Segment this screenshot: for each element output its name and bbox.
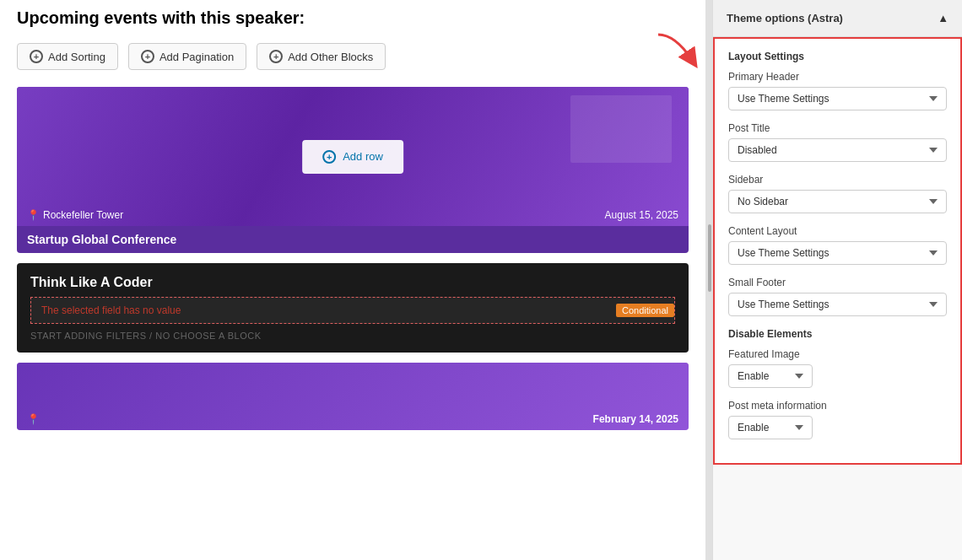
right-panel: Theme options (Astra) ▲ Layout Settings … <box>712 0 962 560</box>
small-footer-label: Small Footer <box>728 277 947 288</box>
event-3-meta-bar: 📍 February 14, 2025 <box>17 408 689 430</box>
conditional-badge[interactable]: Conditional <box>616 304 674 317</box>
add-sorting-icon: + <box>30 50 43 63</box>
add-pagination-label: Add Pagination <box>159 51 234 63</box>
small-footer-select[interactable]: Use Theme Settings Enabled Disabled <box>728 293 947 316</box>
post-title-label: Post Title <box>728 122 947 134</box>
dark-card-footer: START ADDING FILTERS / NO CHOOSE A BLOCK <box>30 331 675 341</box>
add-sorting-button[interactable]: + Add Sorting <box>17 43 118 70</box>
add-row-label: Add row <box>343 150 383 163</box>
primary-header-label: Primary Header <box>728 71 947 83</box>
content-layout-label: Content Layout <box>728 225 947 237</box>
content-layout-select[interactable]: Use Theme Settings Full Width Boxed <box>728 241 947 265</box>
field-group-post-title: Post Title Use Theme Settings Disabled E… <box>728 122 947 162</box>
post-title-select[interactable]: Use Theme Settings Disabled Enabled <box>728 138 947 162</box>
main-content: Upcoming events with this speaker: + Add… <box>0 0 705 560</box>
field-group-primary-header: Primary Header Use Theme Settings Enable… <box>728 71 947 110</box>
event-card-2: Think Like A Coder The selected field ha… <box>17 263 689 353</box>
event-card-3: 📍 February 14, 2025 <box>17 363 689 430</box>
primary-header-select[interactable]: Use Theme Settings Enabled Disabled <box>728 87 947 110</box>
add-other-blocks-label: Add Other Blocks <box>288 51 373 63</box>
layout-settings-section: Layout Settings Primary Header Use Theme… <box>715 39 960 463</box>
theme-options-title: Theme options (Astra) <box>727 12 843 24</box>
event-meta-bar: 📍 Rockefeller Tower August 15, 2025 <box>17 204 689 226</box>
page-title: Upcoming events with this speaker: <box>17 8 689 28</box>
add-sorting-label: Add Sorting <box>48 51 105 63</box>
scroll-indicator <box>708 224 711 292</box>
event-card-purple-bg: 📍 Rockefeller Tower August 15, 2025 + Ad… <box>17 87 689 226</box>
panel-divider <box>705 0 712 560</box>
toolbar-buttons: + Add Sorting + Add Pagination + Add Oth… <box>17 43 689 70</box>
settings-panel: Layout Settings Primary Header Use Theme… <box>713 37 962 465</box>
conditional-field-box: The selected field has no value Conditio… <box>30 297 675 324</box>
field-group-content-layout: Content Layout Use Theme Settings Full W… <box>728 225 947 265</box>
event-3-location: 📍 <box>27 413 40 425</box>
disable-elements-label: Disable Elements <box>728 328 947 340</box>
chevron-up-icon: ▲ <box>938 12 948 24</box>
event-card-inner: 📍 Rockefeller Tower August 15, 2025 + Ad… <box>17 87 689 226</box>
red-arrow-indicator <box>650 30 700 75</box>
event-location: 📍 Rockefeller Tower <box>27 209 123 221</box>
event-name-2: Think Like A Coder <box>30 275 675 290</box>
event-title: Startup Global Conference <box>17 226 689 253</box>
field-group-sidebar: Sidebar No Sidebar Left Sidebar Right Si… <box>728 174 947 213</box>
post-meta-select[interactable]: Enable Disable <box>728 416 813 439</box>
sidebar-select[interactable]: No Sidebar Left Sidebar Right Sidebar <box>728 190 947 213</box>
layout-settings-label: Layout Settings <box>728 51 947 62</box>
add-other-blocks-button[interactable]: + Add Other Blocks <box>257 43 386 70</box>
add-pagination-icon: + <box>141 50 154 63</box>
sidebar-label: Sidebar <box>728 174 947 186</box>
event-3-date: February 14, 2025 <box>593 413 678 425</box>
conditional-field-text: The selected field has no value <box>41 304 181 316</box>
field-group-small-footer: Small Footer Use Theme Settings Enabled … <box>728 277 947 316</box>
featured-image-label: Featured Image <box>728 348 947 360</box>
event-date: August 15, 2025 <box>605 209 678 221</box>
field-group-post-meta: Post meta information Enable Disable <box>728 400 947 439</box>
add-other-blocks-icon: + <box>269 50 283 63</box>
event-card-1: 📍 Rockefeller Tower August 15, 2025 + Ad… <box>17 87 689 253</box>
featured-image-select[interactable]: Enable Disable <box>728 364 813 388</box>
post-meta-label: Post meta information <box>728 400 947 412</box>
add-row-overlay[interactable]: + Add row <box>302 140 403 174</box>
theme-options-header[interactable]: Theme options (Astra) ▲ <box>713 0 962 37</box>
add-row-icon: + <box>322 150 336 164</box>
field-group-featured-image: Featured Image Enable Disable <box>728 348 947 388</box>
add-pagination-button[interactable]: + Add Pagination <box>128 43 246 70</box>
